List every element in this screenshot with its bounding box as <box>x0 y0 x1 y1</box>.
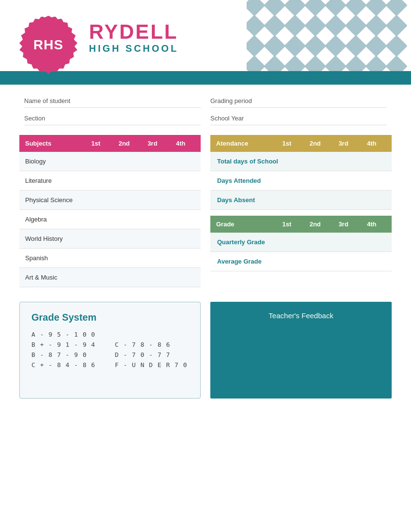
subject-name: Spanish <box>25 254 82 262</box>
attendance-row-label: Days Absent <box>217 196 255 204</box>
student-name-field: Name of student <box>24 94 201 108</box>
grade-col-2nd: 2nd <box>301 221 330 228</box>
bottom-section: Grade System A - 9 5 - 1 0 0B + - 9 1 - … <box>0 297 411 413</box>
subject-name: Algebra <box>25 216 82 223</box>
grading-period-label: Grading period <box>210 97 278 104</box>
grade-header: Grade 1st 2nd 3rd 4th <box>210 216 392 233</box>
grade-row-label: Average Grade <box>217 258 262 265</box>
grade-system-entry: B + - 9 1 - 9 4 <box>31 341 105 348</box>
attendance-col-label: Atendance <box>216 140 273 147</box>
table-row: Physical Science <box>19 191 201 210</box>
table-row: Biology <box>19 152 201 171</box>
logo-initials: RHS <box>33 37 63 53</box>
table-row: Art & Music <box>19 268 201 287</box>
school-year-label: School Year <box>210 115 278 122</box>
section-field: Section <box>24 112 201 125</box>
right-section: Atendance 1st 2nd 3rd 4th Total days of … <box>210 135 392 287</box>
attendance-col-2nd: 2nd <box>301 140 330 147</box>
subjects-col-2nd: 2nd <box>110 140 139 147</box>
subject-name: Art & Music <box>25 274 82 281</box>
table-row: Algebra <box>19 210 201 229</box>
subject-name: Physical Science <box>25 196 82 204</box>
school-name-sub: HIGH SCHOOL <box>89 43 178 54</box>
grade-col-1st: 1st <box>273 221 301 228</box>
subjects-col-subject: Subjects <box>25 140 82 147</box>
school-name-main: RYDELL <box>89 21 178 43</box>
attendance-rows: Total days of SchoolDays AttendedDays Ab… <box>210 152 392 210</box>
attendance-row-label: Total days of School <box>217 158 278 165</box>
grading-period-field: Grading period <box>210 94 387 108</box>
grade-system-box: Grade System A - 9 5 - 1 0 0B + - 9 1 - … <box>19 302 201 399</box>
subjects-col-3rd: 3rd <box>138 140 167 147</box>
school-logo: RHS <box>19 16 77 74</box>
subjects-col-4th: 4th <box>167 140 195 147</box>
grade-row-label: Quarterly Grade <box>217 238 265 246</box>
attendance-col-3rd: 3rd <box>329 140 358 147</box>
header-teal-bar <box>0 71 411 85</box>
subject-name: World History <box>25 235 82 242</box>
grade-system-entry: D - 7 0 - 7 7 <box>115 351 189 358</box>
student-name-label: Name of student <box>24 97 92 104</box>
subjects-rows: Biology Literature Physical Science Alge… <box>19 152 201 287</box>
school-year-field: School Year <box>210 112 387 125</box>
table-row: Spanish <box>19 249 201 268</box>
list-item: Average Grade <box>210 252 392 271</box>
grade-system-entry: C + - 8 4 - 8 6 <box>31 361 105 369</box>
subjects-table-header: Subjects 1st 2nd 3rd 4th <box>19 135 201 152</box>
table-row: World History <box>19 229 201 249</box>
section-label: Section <box>24 115 92 122</box>
info-section: Name of student Grading period Section S… <box>0 85 411 130</box>
list-item: Quarterly Grade <box>210 233 392 252</box>
list-item: Days Absent <box>210 191 392 210</box>
decorative-pattern <box>247 0 411 75</box>
grade-system-entry: A - 9 5 - 1 0 0 <box>31 331 189 338</box>
grade-col-3rd: 3rd <box>329 221 358 228</box>
table-row: Literature <box>19 171 201 191</box>
subject-name: Literature <box>25 177 82 184</box>
grade-system-grid: A - 9 5 - 1 0 0B + - 9 1 - 9 4C - 7 8 - … <box>31 331 189 369</box>
feedback-box: Teacher's Feedback <box>210 302 392 399</box>
list-item: Days Attended <box>210 171 392 191</box>
attendance-row-label: Days Attended <box>217 177 261 184</box>
grade-rows: Quarterly GradeAverage Grade <box>210 233 392 271</box>
attendance-header: Atendance 1st 2nd 3rd 4th <box>210 135 392 152</box>
grade-system-entry: B - 8 7 - 9 0 <box>31 351 105 358</box>
grade-system-entry: F - U N D E R 7 0 <box>115 361 189 369</box>
subject-name: Biology <box>25 158 82 165</box>
grade-col-label: Grade <box>216 221 273 228</box>
attendance-col-1st: 1st <box>273 140 301 147</box>
grade-col-4th: 4th <box>358 221 386 228</box>
main-content: Subjects 1st 2nd 3rd 4th Biology Literat… <box>0 130 411 297</box>
list-item: Total days of School <box>210 152 392 171</box>
subjects-col-1st: 1st <box>82 140 110 147</box>
school-name-block: RYDELL HIGH SCHOOL <box>89 21 178 54</box>
feedback-title: Teacher's Feedback <box>269 311 334 320</box>
subjects-section: Subjects 1st 2nd 3rd 4th Biology Literat… <box>19 135 201 287</box>
header: RHS RYDELL HIGH SCHOOL <box>0 0 411 85</box>
grade-system-entry: C - 7 8 - 8 6 <box>115 341 189 348</box>
grade-system-title: Grade System <box>31 312 189 323</box>
attendance-col-4th: 4th <box>358 140 386 147</box>
